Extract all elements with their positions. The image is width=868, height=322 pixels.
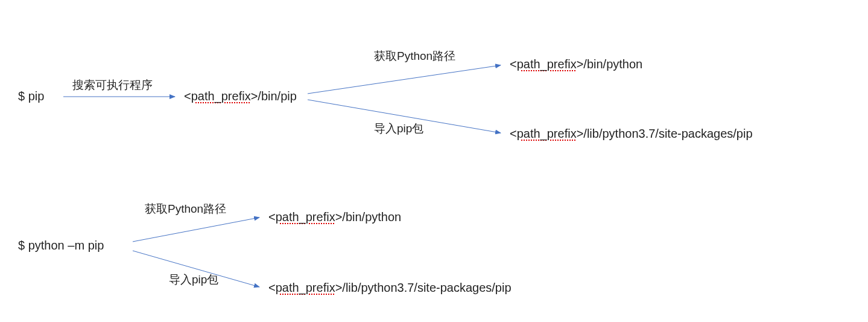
d2-result1-node: <path_prefix>/bin/python (268, 210, 401, 224)
d1-mid-node: <path_prefix>/bin/pip (184, 89, 297, 103)
d1-result1-node: <path_prefix>/bin/python (510, 57, 642, 71)
d2-result2-node: <path_prefix>/lib/python3.7/site-package… (268, 281, 512, 295)
d2-result2-suffix: /lib/python3.7/site-packages/pip (342, 281, 511, 294)
d1-mid-prefix: path_prefix (191, 89, 251, 103)
d1-result2-prefix: path_prefix (517, 127, 577, 140)
d2-start-node: $ python –m pip (18, 239, 104, 253)
d2-result2-prefix: path_prefix (276, 281, 335, 294)
d1-result1-prefix: path_prefix (517, 57, 577, 71)
d1-mid-suffix: /bin/pip (258, 89, 297, 103)
svg-line-4 (133, 217, 259, 242)
d2-arrow1-label: 获取Python路径 (145, 201, 226, 217)
d1-result2-node: <path_prefix>/lib/python3.7/site-package… (510, 127, 753, 141)
d1-result1-suffix: /bin/python (583, 57, 642, 71)
d1-arrow3-label: 导入pip包 (374, 121, 423, 137)
d1-arrow2-label: 获取Python路径 (374, 48, 455, 64)
d2-result1-suffix: /bin/python (342, 210, 401, 224)
d2-result1-prefix: path_prefix (276, 210, 335, 224)
d1-arrow1-label: 搜索可执行程序 (72, 77, 153, 93)
svg-line-2 (308, 65, 501, 94)
d2-arrow2-label: 导入pip包 (169, 272, 218, 288)
d1-result2-suffix: /lib/python3.7/site-packages/pip (583, 127, 752, 140)
d1-start-node: $ pip (18, 89, 44, 103)
